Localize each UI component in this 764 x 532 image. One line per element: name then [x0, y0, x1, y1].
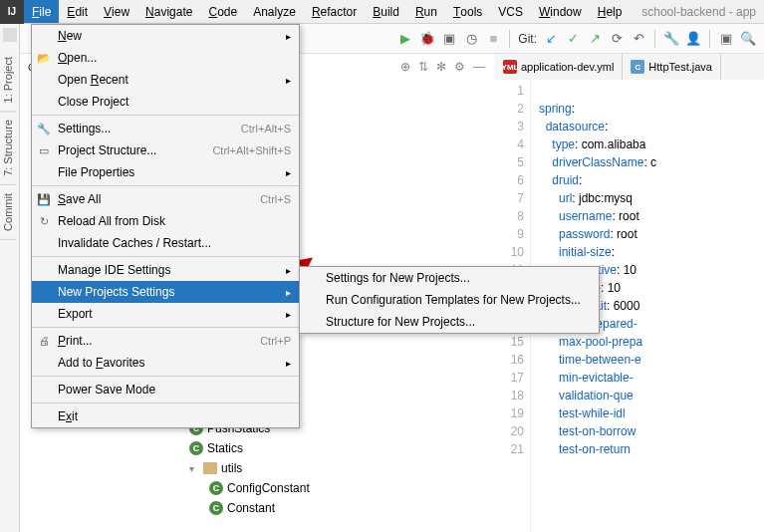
menu-help[interactable]: Help [590, 0, 631, 23]
menu-item-icon: 💾 [37, 192, 51, 206]
leftbar-project[interactable]: 1: Project [0, 49, 16, 112]
submenu-item[interactable]: Run Configuration Templates for New Proj… [300, 289, 599, 311]
menu-file[interactable]: File [24, 0, 59, 23]
menu-tools[interactable]: Tools [445, 0, 490, 23]
coverage-icon[interactable]: ▣ [441, 31, 457, 47]
menubar: IJ FileEditViewNavigateCodeAnalyzeRefact… [0, 0, 764, 24]
git-push-icon[interactable]: ↗ [587, 31, 603, 47]
submenu-arrow-icon: ▸ [286, 265, 291, 276]
file-menu-item[interactable]: Close Project [32, 91, 299, 113]
submenu-arrow-icon: ▸ [286, 167, 291, 178]
git-label: Git: [518, 32, 537, 46]
search-icon[interactable]: 🔍 [740, 31, 756, 47]
file-menu-item[interactable]: New▸ [32, 25, 299, 47]
menu-refactor[interactable]: Refactor [304, 0, 365, 23]
menu-navigate[interactable]: Navigate [137, 0, 200, 23]
git-commit-icon[interactable]: ✓ [565, 31, 581, 47]
class-icon: C [209, 481, 223, 495]
file-menu-item[interactable]: File Properties▸ [32, 161, 299, 183]
layout-icon[interactable]: ▣ [718, 31, 734, 47]
tree-node[interactable]: ▾utils [20, 458, 485, 478]
menu-window[interactable]: Window [531, 0, 590, 23]
menu-build[interactable]: Build [365, 0, 407, 23]
file-menu-item[interactable]: Invalidate Caches / Restart... [32, 232, 299, 254]
debug-icon[interactable]: 🐞 [419, 31, 435, 47]
file-menu-item[interactable]: 🔧Settings...Ctrl+Alt+S [32, 118, 299, 139]
git-update-icon[interactable]: ↙ [543, 31, 559, 47]
file-menu-item[interactable]: New Projects Settings▸ [32, 281, 299, 303]
menu-item-icon: 🖨 [37, 334, 51, 348]
file-menu-item[interactable]: ↻Reload All from Disk [32, 210, 299, 232]
folder-icon [203, 462, 217, 474]
git-history-icon[interactable]: ⟳ [609, 31, 625, 47]
file-menu-item[interactable]: Add to Favorites▸ [32, 352, 299, 374]
submenu-arrow-icon: ▸ [286, 31, 291, 42]
submenu-arrow-icon: ▸ [286, 287, 291, 298]
menu-code[interactable]: Code [200, 0, 245, 23]
menu-view[interactable]: View [96, 0, 137, 23]
git-revert-icon[interactable]: ↶ [631, 31, 646, 47]
file-menu-item[interactable]: 🖨Print...Ctrl+P [32, 330, 299, 352]
menu-item-icon: ↻ [37, 214, 51, 228]
file-menu-item[interactable]: Export▸ [32, 303, 299, 325]
file-menu-item[interactable]: Exit [32, 405, 299, 427]
tree-node[interactable]: CStatics [20, 438, 485, 458]
editor-tab[interactable]: CHttpTest.java [623, 54, 721, 80]
window-title: school-backend - app [641, 5, 764, 19]
new-projects-settings-submenu[interactable]: Settings for New Projects...Run Configur… [299, 266, 600, 334]
menu-item-icon: 🔧 [37, 122, 51, 135]
menu-item-icon: ▭ [37, 143, 51, 157]
menu-analyze[interactable]: Analyze [245, 0, 304, 23]
project-icon[interactable] [3, 28, 17, 42]
leftbar-commit[interactable]: Commit [0, 185, 16, 240]
menu-run[interactable]: Run [407, 0, 445, 23]
file-menu-item[interactable]: ▭Project Structure...Ctrl+Alt+Shift+S [32, 139, 299, 161]
file-menu-dropdown[interactable]: New▸📂Open...Open Recent▸Close Project🔧Se… [31, 24, 300, 428]
submenu-arrow-icon: ▸ [286, 358, 291, 369]
editor-tabs: YMLapplication-dev.ymlCHttpTest.java [495, 54, 764, 80]
file-menu-item[interactable]: Open Recent▸ [32, 69, 299, 91]
run-icon[interactable]: ▶ [397, 31, 413, 47]
profile-icon[interactable]: ◷ [463, 31, 479, 47]
file-menu-item[interactable]: 💾Save AllCtrl+S [32, 188, 299, 210]
file-menu-item[interactable]: Power Save Mode [32, 379, 299, 400]
leftbar-structure[interactable]: 7: Structure [0, 112, 16, 185]
file-type-icon: YML [503, 60, 517, 74]
file-menu-item[interactable]: 📂Open... [32, 47, 299, 69]
submenu-arrow-icon: ▸ [286, 309, 291, 320]
submenu-item[interactable]: Settings for New Projects... [300, 267, 599, 289]
editor-tab[interactable]: YMLapplication-dev.yml [495, 54, 623, 80]
tree-node[interactable]: CConstant [20, 498, 485, 518]
ij-logo: IJ [0, 0, 24, 24]
class-icon: C [189, 441, 203, 455]
chevron-down-icon[interactable]: ▾ [189, 463, 199, 474]
file-type-icon: C [631, 60, 644, 74]
submenu-arrow-icon: ▸ [286, 75, 291, 86]
tree-node[interactable]: CConfigConstant [20, 478, 485, 498]
submenu-item[interactable]: Structure for New Projects... [300, 311, 599, 333]
menu-item-icon: 📂 [37, 51, 51, 65]
menu-vcs[interactable]: VCS [490, 0, 531, 23]
file-menu-item[interactable]: Manage IDE Settings▸ [32, 259, 299, 281]
avatar-icon[interactable]: 👤 [685, 31, 701, 47]
class-icon: C [209, 501, 223, 515]
left-toolbar: 1: Project7: Structure Commit [0, 24, 20, 532]
menu-edit[interactable]: Edit [59, 0, 96, 23]
stop-icon[interactable]: ■ [485, 31, 501, 47]
wrench-icon[interactable]: 🔧 [663, 31, 679, 47]
